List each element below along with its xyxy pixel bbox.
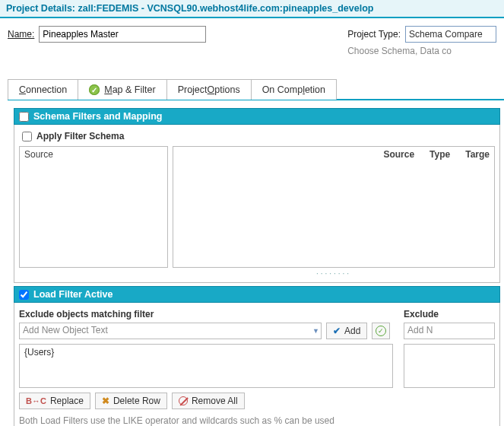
exclude-list-right[interactable] [404,344,495,388]
resize-handle-icon[interactable]: ········ [173,269,495,278]
tab-connection[interactable]: Connection [8,79,78,100]
no-icon [179,396,188,405]
tabs: Connection ✓ Map & Filter Project Option… [8,79,504,100]
name-label: Name: [8,29,34,40]
col-target: Targe [465,149,490,160]
load-filter-active-checkbox[interactable] [19,290,29,300]
exclude-right-label: Exclude [404,309,495,320]
col-source: Source [383,149,414,160]
load-filter-header: Load Filter Active [14,286,500,303]
tab-map-and-filter[interactable]: ✓ Map & Filter [78,79,166,100]
source-list-header: Source [24,149,163,160]
project-type-label: Project Type: [347,29,401,40]
replace-icon: B↔C [26,396,46,405]
tab-on-completion[interactable]: On Completion [251,79,337,100]
project-type-select[interactable]: Schema Compare [405,26,496,43]
window-title: Project Details: zall:FEDEMIS - VCNSQL90… [0,0,504,18]
schema-panel-header: Schema Filters and Mapping [14,108,500,125]
project-type-value: Schema Compare [409,29,483,40]
add-object-text-input-right[interactable]: Add N [404,323,495,339]
source-list[interactable]: Source [19,146,168,268]
col-type: Type [430,149,450,160]
exclude-list-left[interactable]: {Users} [19,344,393,388]
schema-header-label: Schema Filters and Mapping [33,111,162,122]
replace-button[interactable]: B↔C Replace [19,393,90,409]
apply-filter-schema-checkbox[interactable] [22,132,32,141]
tab-project-options[interactable]: Project Options [166,79,252,100]
schema-header-checkbox[interactable] [19,112,29,122]
list-item[interactable]: {Users} [24,347,388,358]
load-filter-panel: Load Filter Active Exclude objects match… [14,286,500,426]
chevron-down-icon[interactable]: ▼ [312,327,319,335]
project-type-hint: Choose Schema, Data co [347,46,452,56]
apply-filter-schema-label: Apply Filter Schema [36,131,124,141]
name-input[interactable] [39,26,206,43]
mapping-grid[interactable]: Source Type Targe [173,146,495,268]
check-circle-icon: ✓ [376,326,386,336]
exclude-left-label: Exclude objects matching filter [19,309,396,320]
check-icon: ✓ [89,84,100,95]
schema-panel: Schema Filters and Mapping Apply Filter … [14,108,500,283]
filter-hint: Both Load Filters use the LIKE operator … [19,415,396,426]
accept-all-button[interactable]: ✓ [372,323,390,339]
delete-row-button[interactable]: ✖ Delete Row [95,393,167,409]
load-filter-header-label: Load Filter Active [33,289,113,300]
remove-all-button[interactable]: Remove All [172,393,245,409]
add-object-text-input[interactable]: Add New Object Text ▼ [19,323,322,339]
add-button[interactable]: ✔ Add [326,323,367,339]
check-icon: ✔ [333,326,341,336]
delete-icon: ✖ [102,396,109,406]
